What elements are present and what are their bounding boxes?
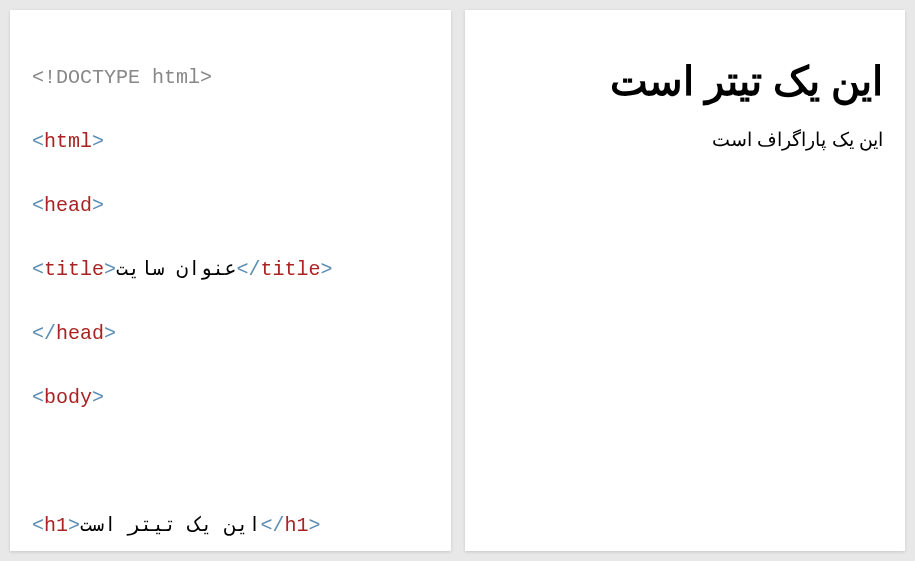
bracket: > xyxy=(320,258,332,281)
bracket: < xyxy=(32,130,44,153)
tag-h1-close: h1 xyxy=(285,514,309,537)
bracket: </ xyxy=(261,514,285,537)
bracket: < xyxy=(32,258,44,281)
tag-title: title xyxy=(44,258,104,281)
bracket: > xyxy=(92,194,104,217)
bracket: > xyxy=(92,386,104,409)
bracket: > xyxy=(92,130,104,153)
tag-h1: h1 xyxy=(44,514,68,537)
bracket: > xyxy=(309,514,321,537)
preview-paragraph: این یک پاراگراف است xyxy=(487,128,884,151)
preview-heading: این یک تیتر است xyxy=(487,58,884,104)
tag-html: html xyxy=(44,130,92,153)
bracket: < xyxy=(32,386,44,409)
bracket: </ xyxy=(236,258,260,281)
tag-head: head xyxy=(44,194,92,217)
bracket: < xyxy=(32,514,44,537)
h1-line: <h1>این یک تیتر است</h1> xyxy=(32,510,429,542)
head-open-line: <head> xyxy=(32,190,429,222)
tag-body: body xyxy=(44,386,92,409)
h1-text: این یک تیتر است xyxy=(80,514,261,537)
blank-line xyxy=(32,446,429,478)
doctype-text: <!DOCTYPE html> xyxy=(32,66,212,89)
title-text: عنوان سایت xyxy=(116,258,236,281)
tag-head-close: head xyxy=(56,322,104,345)
doctype-line: <!DOCTYPE html> xyxy=(32,62,429,94)
bracket: </ xyxy=(32,322,56,345)
preview-panel: این یک تیتر است این یک پاراگراف است xyxy=(465,10,906,551)
title-line: <title>عنوان سایت</title> xyxy=(32,254,429,286)
bracket: < xyxy=(32,194,44,217)
html-open-line: <html> xyxy=(32,126,429,158)
tag-title-close: title xyxy=(260,258,320,281)
body-open-line: <body> xyxy=(32,382,429,414)
bracket: > xyxy=(104,322,116,345)
bracket: > xyxy=(68,514,80,537)
head-close-line: </head> xyxy=(32,318,429,350)
code-panel: <!DOCTYPE html> <html> <head> <title>عنو… xyxy=(10,10,451,551)
bracket: > xyxy=(104,258,116,281)
